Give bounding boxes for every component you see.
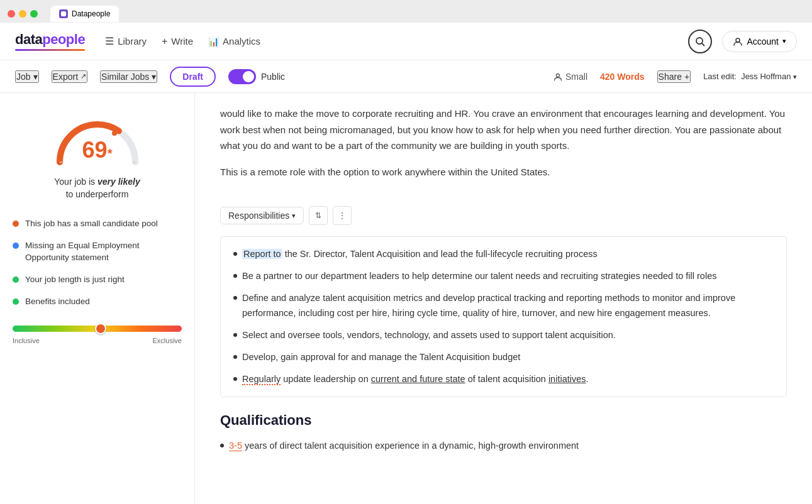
- nav-library[interactable]: ☰ Library: [105, 35, 147, 47]
- bullet-dot: [233, 333, 237, 337]
- account-button[interactable]: Account ▾: [722, 31, 797, 52]
- qualifications-title: Qualifications: [220, 412, 787, 429]
- sidebar: 69* Your job is very likely to underperf…: [0, 93, 195, 504]
- underline-current-future: current and future state: [371, 374, 465, 384]
- bullet-dot: [233, 296, 237, 300]
- bullet-item-4: Develop, gain approval for and manage th…: [233, 350, 774, 364]
- bar-chart-icon: 📊: [208, 36, 219, 47]
- main-content: 69* Your job is very likely to underperf…: [0, 93, 812, 504]
- performance-label: Your job is: [54, 177, 95, 187]
- section-menu-button[interactable]: ⋮: [333, 206, 352, 225]
- scale-bar-container: [13, 326, 182, 332]
- tab-title: Datapeople: [72, 9, 110, 18]
- qualifications-section: Qualifications 3-5 years of direct talen…: [220, 412, 787, 453]
- score-section: 69* Your job is very likely to underperf…: [13, 106, 182, 200]
- ellipsis-icon: ⋮: [338, 211, 346, 220]
- scale-section: Inclusive Exclusive: [13, 326, 182, 344]
- nav-right: Account ▾: [688, 30, 797, 53]
- issue-dot-green-1: [13, 277, 19, 283]
- similar-jobs-button[interactable]: Similar Jobs ▾: [100, 70, 157, 83]
- content-area[interactable]: would like to make the move to corporate…: [195, 93, 812, 504]
- responsibilities-label: Responsibilities: [228, 211, 289, 221]
- responsibilities-chevron-icon: ▾: [292, 212, 296, 220]
- browser-tab[interactable]: Datapeople: [50, 6, 119, 22]
- bullet-item-0: Report to the Sr. Director, Talent Acqui…: [233, 247, 774, 261]
- export-button[interactable]: Export ↗: [52, 70, 87, 83]
- user-small-icon: [553, 72, 562, 81]
- responsibilities-label-btn[interactable]: Responsibilities ▾: [220, 207, 304, 224]
- last-edit: Last edit: Jess Hoffman ▾: [703, 72, 797, 81]
- public-label: Public: [261, 72, 285, 82]
- issue-text-3: Benefits included: [25, 296, 90, 308]
- write-label: Write: [171, 36, 193, 47]
- bullet-dot: [233, 252, 237, 256]
- top-nav: datapeople ☰ Library + Write 📊 Analytics: [0, 23, 812, 60]
- bullet-text-5: Regularly update leadership on current a…: [242, 372, 589, 386]
- logo-text: datapeople: [15, 31, 85, 48]
- bullet-item-3: Select and oversee tools, vendors, techn…: [233, 328, 774, 342]
- bullet-text-2: Define and analyze talent acquisition me…: [242, 291, 774, 320]
- bullet-item-2: Define and analyze talent acquisition me…: [233, 291, 774, 320]
- traffic-lights: [8, 10, 38, 18]
- public-toggle-container: Public: [228, 69, 285, 84]
- score-number: 69*: [82, 137, 113, 163]
- bullet-text-4: Develop, gain approval for and manage th…: [242, 350, 520, 364]
- plus-icon: +: [162, 36, 167, 47]
- maximize-button[interactable]: [30, 10, 38, 18]
- gauge-container: 69*: [47, 106, 148, 168]
- performance-suffix: to underperform: [66, 189, 129, 199]
- underline-regularly: Regularly: [242, 374, 281, 385]
- bullet-dot: [233, 355, 237, 359]
- main-nav: ☰ Library + Write 📊 Analytics: [105, 35, 668, 47]
- responsibilities-header: Responsibilities ▾ ⇅ ⋮: [220, 202, 787, 229]
- word-count: 420 Words: [600, 72, 645, 82]
- share-label: Share: [659, 72, 682, 82]
- intro-paragraph-2: This is a remote role with the option to…: [220, 164, 787, 180]
- public-toggle[interactable]: [228, 69, 256, 84]
- issue-dot-blue: [13, 243, 19, 249]
- intro-paragraph-1: would like to make the move to corporate…: [220, 106, 787, 154]
- highlighted-text: Report to: [242, 249, 282, 259]
- logo-underline: [15, 49, 85, 51]
- nav-analytics[interactable]: 📊 Analytics: [208, 36, 260, 47]
- share-button[interactable]: Share +: [657, 70, 691, 83]
- svg-point-3: [557, 74, 560, 77]
- search-button[interactable]: [688, 30, 712, 53]
- issues-list: This job has a small candidate pool Miss…: [13, 213, 182, 312]
- bullet-text-1: Be a partner to our department leaders t…: [242, 269, 716, 283]
- candidate-pool-badge: Small: [553, 72, 587, 82]
- issue-item-3: Benefits included: [13, 291, 182, 313]
- job-button[interactable]: Job ▾: [15, 70, 39, 83]
- draft-button[interactable]: Draft: [170, 67, 216, 87]
- close-button[interactable]: [8, 10, 15, 18]
- issue-text-1: Missing an Equal Employment Opportunity …: [25, 240, 182, 264]
- bullet-dot: [233, 274, 237, 278]
- svg-point-2: [736, 38, 740, 42]
- similar-jobs-chevron-icon: ▾: [152, 72, 156, 82]
- qual-text-0: 3-5 years of direct talent acquisition e…: [229, 439, 579, 453]
- last-edit-chevron-icon: ▾: [793, 73, 797, 80]
- export-label: Export: [53, 72, 78, 82]
- svg-point-6: [112, 131, 117, 136]
- minimize-button[interactable]: [19, 10, 26, 18]
- tab-favicon: [59, 9, 68, 18]
- nav-write[interactable]: + Write: [162, 36, 193, 47]
- issue-dot-green-2: [13, 299, 19, 305]
- qual-item-0: 3-5 years of direct talent acquisition e…: [220, 439, 787, 453]
- section-reorder-button[interactable]: ⇅: [309, 206, 328, 225]
- scale-labels: Inclusive Exclusive: [13, 337, 182, 344]
- score-label: Your job is very likely to underperform: [54, 176, 140, 200]
- library-label: Library: [118, 36, 147, 47]
- issue-text-0: This job has a small candidate pool: [25, 218, 158, 230]
- scale-inclusive-label: Inclusive: [13, 337, 40, 344]
- account-label: Account: [747, 36, 779, 47]
- issue-item-0: This job has a small candidate pool: [13, 213, 182, 235]
- hamburger-icon: ☰: [105, 35, 114, 47]
- logo[interactable]: datapeople: [15, 31, 85, 51]
- bullet-text-3: Select and oversee tools, vendors, techn…: [242, 328, 616, 342]
- export-external-icon: ↗: [81, 72, 86, 80]
- bullet-item-1: Be a partner to our department leaders t…: [233, 269, 774, 283]
- small-label: Small: [565, 72, 587, 82]
- bullet-text-0: Report to the Sr. Director, Talent Acqui…: [242, 247, 598, 261]
- responsibilities-list[interactable]: Report to the Sr. Director, Talent Acqui…: [220, 236, 787, 397]
